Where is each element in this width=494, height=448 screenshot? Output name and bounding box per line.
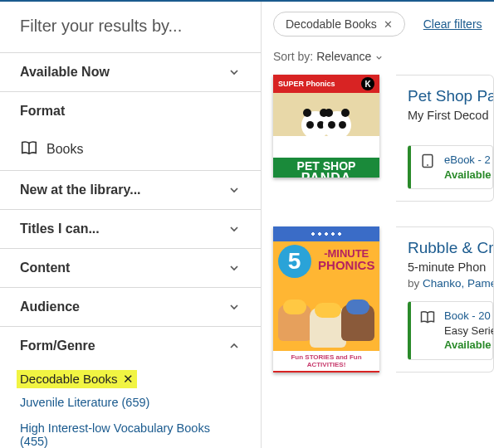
format-link[interactable]: Book - 20: [444, 309, 491, 322]
facet-high-interest-low-vocab[interactable]: High Interest-low Vocabulary Books (455): [17, 414, 244, 448]
filter-label: Audience: [20, 299, 80, 314]
filter-heading: Filter your results by...: [0, 17, 261, 52]
format-note: Easy Serie: [444, 324, 494, 337]
book-open-icon: [419, 309, 436, 329]
book-open-icon: [20, 139, 38, 160]
tablet-icon: [419, 153, 436, 173]
chevron-down-icon: [227, 66, 241, 79]
filter-label: Content: [20, 261, 70, 275]
filter-titles-i-can[interactable]: Titles I can...: [0, 210, 261, 249]
result-info: Rubble & Cr 5-minute Phon by Chanko, Pam…: [396, 226, 494, 373]
close-icon[interactable]: ✕: [384, 18, 393, 31]
format-link[interactable]: eBook - 2: [444, 153, 491, 166]
chevron-up-icon: [227, 339, 241, 353]
result-item: SUPER Phonics K PET SHOP PANDA Pet Shop …: [273, 75, 494, 202]
book-cover[interactable]: 5 -MINUTEPHONICS Fun STORIES and Fun ACT…: [273, 226, 379, 373]
facet-selected-decodable-books[interactable]: Decodable Books ✕: [17, 370, 137, 388]
filter-label: Titles I can...: [20, 222, 100, 236]
availability-box[interactable]: Book - 20 Easy Serie Available: [408, 301, 493, 360]
availability-box[interactable]: eBook - 2 Available: [408, 145, 493, 189]
result-title-link[interactable]: Pet Shop Pa: [408, 87, 493, 105]
availability-status: Available: [444, 338, 492, 351]
filter-content[interactable]: Content: [0, 249, 261, 288]
filter-label: Form/Genre: [20, 338, 95, 353]
chip-label: Decodable Books: [286, 17, 377, 31]
filter-sidebar: Filter your results by... Available Now …: [0, 2, 262, 448]
result-subtitle: My First Decod: [408, 105, 493, 122]
filter-available-now[interactable]: Available Now: [0, 52, 261, 92]
chevron-down-icon: [227, 300, 241, 314]
clear-filters-link[interactable]: Clear filters: [423, 17, 482, 31]
filter-format-books[interactable]: Books: [0, 130, 261, 171]
result-byline: by Chanko, Pame: [408, 274, 493, 290]
filter-sub-label: Books: [46, 142, 83, 157]
filter-label: Format: [20, 104, 65, 119]
facet-selected-label: Decodable Books: [20, 372, 118, 386]
result-info: Pet Shop Pa My First Decod eBook - 2 Ava…: [396, 75, 494, 202]
result-title-link[interactable]: Rubble & Cr: [408, 239, 493, 257]
results-pane: Decodable Books ✕ Clear filters Sort by:…: [262, 2, 494, 448]
filter-form-genre[interactable]: Form/Genre: [0, 327, 261, 365]
filter-label: Available Now: [20, 65, 110, 80]
filter-new-at-library[interactable]: New at the library...: [0, 171, 261, 210]
book-cover[interactable]: SUPER Phonics K PET SHOP PANDA: [273, 75, 379, 178]
sort-label: Sort by:: [273, 50, 313, 63]
close-icon[interactable]: ✕: [123, 372, 134, 386]
chevron-down-icon: [374, 50, 384, 63]
result-subtitle: 5-minute Phon: [408, 257, 493, 274]
form-genre-values: Decodable Books ✕ Juvenile Literature (6…: [0, 365, 261, 448]
chevron-down-icon: [227, 222, 241, 236]
filter-format[interactable]: Format: [0, 92, 261, 130]
facet-juvenile-literature[interactable]: Juvenile Literature (659): [17, 388, 244, 414]
author-link[interactable]: Chanko, Pame: [423, 277, 494, 290]
result-item: 5 -MINUTEPHONICS Fun STORIES and Fun ACT…: [273, 226, 494, 373]
availability-status: Available: [444, 168, 492, 181]
applied-filter-chip[interactable]: Decodable Books ✕: [273, 12, 405, 37]
filter-label: New at the library...: [20, 183, 141, 197]
sort-value: Relevance: [316, 50, 371, 63]
chevron-down-icon: [227, 183, 241, 197]
chevron-down-icon: [227, 261, 241, 275]
filter-audience[interactable]: Audience: [0, 288, 261, 327]
sort-control[interactable]: Sort by: Relevance: [273, 41, 494, 75]
